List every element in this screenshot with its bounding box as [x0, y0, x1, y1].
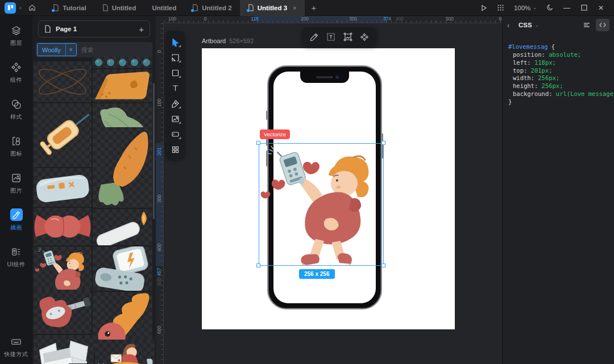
library-item-wrapped-candy[interactable]: [34, 208, 92, 245]
illustration-library-panel: Page 1 + Woolly ×: [32, 16, 156, 364]
library-item-flip-device[interactable]: [93, 246, 152, 291]
sidebar-item-shortcuts[interactable]: 快捷方式: [5, 335, 28, 358]
css-rule: left: 118px;: [508, 59, 608, 67]
css-rule: height: 256px;: [508, 82, 608, 90]
file-icon: [53, 4, 59, 11]
library-item-cardboard-box[interactable]: [34, 335, 94, 364]
css-code-block[interactable]: #lovemessag { position: absolute; left: …: [503, 34, 614, 106]
logo-chevron-icon[interactable]: ›: [19, 5, 21, 11]
search-filter-tag[interactable]: Woolly ×: [37, 43, 77, 56]
selection-handle-sw[interactable]: [256, 263, 260, 267]
selection-bounding-box[interactable]: [259, 143, 384, 266]
tab-label: Tutorial: [63, 5, 86, 11]
library-item-candle[interactable]: [93, 209, 152, 245]
image-icon: [10, 171, 23, 184]
ruler-label-selection: 118: [251, 16, 259, 22]
tab-untitled3-active[interactable]: Untitled 3 ×: [240, 0, 305, 16]
ruler-label: 500: [156, 278, 162, 286]
zoom-level-dropdown[interactable]: 100% ⌄: [511, 5, 540, 11]
library-item-orange-laptop[interactable]: [93, 69, 152, 102]
layers-icon: [10, 24, 23, 36]
components-diamond-icon[interactable]: [358, 30, 371, 44]
slice-tool[interactable]: [168, 127, 182, 141]
ruler-label: 0: [204, 16, 207, 22]
library-item-carrot-brush[interactable]: [93, 127, 152, 208]
artboard-label[interactable]: Artboard526×592: [202, 37, 254, 44]
sidebar-item-images[interactable]: 图片: [10, 171, 23, 195]
apps-grid-icon[interactable]: [493, 2, 508, 14]
sidebar-item-icons[interactable]: 图标: [10, 135, 23, 158]
keyboard-icon: [10, 335, 23, 348]
tab-untitled2[interactable]: Untitled 2: [184, 0, 239, 16]
css-rule: position: absolute;: [508, 51, 608, 59]
maximize-button[interactable]: [576, 2, 591, 14]
list-view-icon[interactable]: [580, 19, 594, 31]
image-tool[interactable]: [168, 111, 182, 126]
sidebar-item-layers[interactable]: 图层: [10, 24, 23, 47]
tab-tutorial[interactable]: Tutorial: [45, 0, 94, 16]
tab-label: Untitled 3: [258, 5, 287, 11]
page-selector[interactable]: Page 1 +: [38, 20, 150, 37]
text-select-icon[interactable]: [324, 30, 338, 44]
close-window-button[interactable]: ✕: [594, 2, 608, 14]
sidebar-item-illustrations[interactable]: 插画: [10, 208, 23, 232]
ruler-label: 200: [301, 16, 309, 22]
artboard-size: 526×592: [229, 37, 254, 44]
ruler-label: 0: [156, 50, 162, 53]
frame-tool[interactable]: [168, 50, 182, 65]
selection-handle-se[interactable]: [381, 263, 385, 267]
back-chevron-icon[interactable]: ‹: [507, 21, 516, 30]
select-tool[interactable]: [168, 35, 182, 49]
tag-divider: [65, 44, 66, 56]
search-input[interactable]: [77, 47, 151, 53]
selection-handle-ne[interactable]: [381, 141, 385, 145]
sidebar-item-components[interactable]: 组件: [10, 61, 23, 84]
ruler-label: 400: [396, 16, 404, 22]
selection-size-badge: 256 x 256: [299, 269, 335, 279]
tab-label: Untitled: [152, 5, 176, 11]
library-search[interactable]: Woolly ×: [36, 42, 152, 57]
titlebar: › Tutorial Untitled Untitled Untitle: [0, 0, 614, 16]
ruler-label-selection: 201: [156, 148, 162, 156]
rectangle-tool[interactable]: [168, 65, 182, 80]
image-trace-icon[interactable]: [341, 30, 355, 44]
app-logo[interactable]: [5, 2, 16, 14]
css-rule: top: 201px;: [508, 67, 608, 75]
library-item-syringe[interactable]: [34, 103, 92, 167]
library-item-atom-sketch[interactable]: [34, 61, 92, 102]
play-preview-button[interactable]: [476, 2, 491, 14]
library-item-teal-beads[interactable]: [93, 57, 152, 68]
text-tool[interactable]: [168, 81, 182, 95]
phone-side-button: [266, 111, 268, 120]
canvas-area[interactable]: 100 0 118 200 300 374 400 500 60 0 100 2…: [156, 16, 502, 364]
tab-untitled-1[interactable]: Untitled: [94, 0, 144, 16]
edit-pencil-icon[interactable]: [308, 30, 321, 44]
remove-tag-icon[interactable]: ×: [66, 47, 76, 53]
library-scrollbar[interactable]: [153, 83, 155, 219]
tab-untitled-2[interactable]: Untitled: [144, 0, 184, 16]
chevron-down-icon[interactable]: ⌄: [535, 23, 539, 28]
home-icon[interactable]: [24, 2, 39, 14]
sidebar-item-styles[interactable]: 样式: [10, 98, 23, 121]
phone-speaker: [316, 76, 333, 78]
add-page-button[interactable]: +: [139, 24, 144, 34]
new-tab-button[interactable]: +: [305, 3, 323, 12]
tab-label: Untitled 2: [202, 5, 231, 11]
pen-tool[interactable]: [168, 96, 182, 111]
library-item-mail-plane[interactable]: [95, 340, 155, 364]
minimize-button[interactable]: —: [559, 2, 574, 14]
components-grid-tool[interactable]: [168, 142, 182, 157]
ruler-label: 500: [446, 16, 454, 22]
sidebar-item-ui-components[interactable]: UI组件: [7, 245, 26, 269]
selection-handle-nw[interactable]: [256, 141, 260, 145]
css-close-brace: }: [508, 98, 608, 106]
code-view-icon[interactable]: [596, 19, 609, 31]
library-item-remote-control[interactable]: [34, 168, 92, 207]
dark-mode-moon-icon[interactable]: [542, 2, 557, 14]
library-item-electric-guitar[interactable]: [34, 290, 92, 334]
ui-components-icon: [10, 245, 23, 258]
unsaved-dot: [191, 9, 194, 12]
ruler-label: 400: [156, 244, 162, 252]
vectorize-button[interactable]: Vectorize: [260, 129, 290, 139]
close-tab-icon[interactable]: ×: [293, 5, 296, 11]
